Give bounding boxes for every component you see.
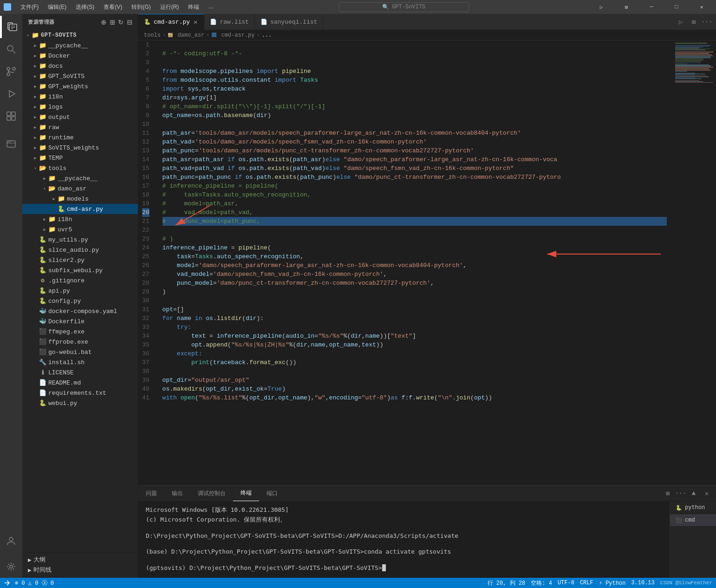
menu-more[interactable]: ... xyxy=(205,2,217,12)
tree-item-gpt-weights[interactable]: ▶ 📁 GPT_weights xyxy=(22,81,138,91)
run-btn[interactable]: ▷ xyxy=(591,0,612,14)
timeline-item[interactable]: ▶ 时间线 xyxy=(28,565,132,575)
tree-item-ffprobe[interactable]: ▶ ⬛ ffprobe.exe xyxy=(22,337,138,347)
explorer-activity-icon[interactable] xyxy=(0,16,22,38)
tree-item-install[interactable]: ▶ 🔧 install.sh xyxy=(22,357,138,367)
split-editor-btn[interactable]: ⊞ xyxy=(688,16,699,27)
source-control-activity-icon[interactable] xyxy=(0,60,22,83)
run-file-btn[interactable]: ▷ xyxy=(675,16,686,27)
menu-run[interactable]: 运行(R) xyxy=(156,2,183,12)
status-language[interactable]: ⚡ Python xyxy=(599,580,626,587)
tree-item-damo-asr[interactable]: ▾ 📂 damo_asr xyxy=(22,183,138,194)
tree-item-readme[interactable]: ▶ 📄 README.md xyxy=(22,378,138,388)
tab-cmd-asr-close[interactable]: ✕ xyxy=(193,18,198,26)
tree-item-runtime[interactable]: ▶ 📁 runtime xyxy=(22,132,138,143)
outline-item[interactable]: ▶ 大纲 xyxy=(28,555,132,565)
tree-item-raw[interactable]: ▶ 📁 raw xyxy=(22,122,138,132)
close-btn[interactable]: ✕ xyxy=(691,0,712,14)
tree-item-api[interactable]: ▶ 🐍 api.py xyxy=(22,286,138,296)
menu-goto[interactable]: 转到(G) xyxy=(128,2,154,12)
panel-tab-debug[interactable]: 调试控制台 xyxy=(190,485,233,501)
breadcrumb-damo-asr[interactable]: damo_asr xyxy=(168,32,204,39)
tree-item-slicer2[interactable]: ▶ 🐍 slicer2.py xyxy=(22,255,138,265)
new-folder-icon[interactable]: ⊞ xyxy=(110,19,116,26)
tree-item-uvr5[interactable]: ▶ 📁 uvr5 xyxy=(22,224,138,235)
menu-terminal[interactable]: 终端 xyxy=(184,2,203,12)
layout-btn[interactable]: ⊞ xyxy=(616,0,637,14)
new-file-icon[interactable]: ⊕ xyxy=(101,19,107,26)
menu-file[interactable]: 文件(F) xyxy=(17,2,42,12)
tree-item-dockerfile[interactable]: ▶ 🐳 Dockerfile xyxy=(22,316,138,327)
breadcrumb-cmd-asr[interactable]: cmd-asr.py xyxy=(211,32,254,39)
extensions-activity-icon[interactable] xyxy=(0,105,22,127)
tree-item-temp[interactable]: ▶ 📁 TEMP xyxy=(22,153,138,163)
tab-raw-list-label: raw.list xyxy=(220,19,248,26)
panel-close-btn[interactable]: ✕ xyxy=(701,488,712,499)
tree-item-ffmpeg[interactable]: ▶ ⬛ ffmpeg.exe xyxy=(22,327,138,337)
panel-tab-problems[interactable]: 问题 xyxy=(138,485,164,501)
tree-item-config[interactable]: ▶ 🐍 config.py xyxy=(22,296,138,306)
tree-item-models[interactable]: ▶ 📁 models xyxy=(22,194,138,204)
tree-item-gpt-sovits[interactable]: ▶ 📁 GPT_SoVITS xyxy=(22,71,138,81)
panel-right-python[interactable]: 🐍 python xyxy=(670,502,716,514)
tree-item-tools[interactable]: ▾ 📂 tools xyxy=(22,163,138,173)
tab-raw-list[interactable]: 📄 raw.list xyxy=(204,14,254,30)
tree-item-i18n[interactable]: ▶ 📁 i18n xyxy=(22,91,138,102)
collapse-icon[interactable]: ⊟ xyxy=(127,19,133,26)
status-version[interactable]: 3.10.13 xyxy=(631,580,654,586)
status-spaces[interactable]: 空格: 4 xyxy=(531,579,552,587)
tree-item-go-webui[interactable]: ▶ ⬛ go-webui.bat xyxy=(22,347,138,357)
tree-item-my-utils[interactable]: ▶ 🐍 my_utils.py xyxy=(22,235,138,245)
panel-tab-ports[interactable]: 端口 xyxy=(259,485,285,501)
settings-activity-icon[interactable] xyxy=(0,555,22,578)
minimize-btn[interactable]: ─ xyxy=(641,0,662,14)
tree-item-sovits-weights[interactable]: ▶ 📁 SoVITS_weights xyxy=(22,143,138,153)
maximize-btn[interactable]: □ xyxy=(666,0,687,14)
panel-split-btn[interactable]: ⊞ xyxy=(662,488,673,499)
panel-right-cmd[interactable]: ⬛ cmd xyxy=(670,514,716,527)
tree-item-docker-compose[interactable]: ▶ 🐳 docker-compose.yaml xyxy=(22,306,138,316)
tree-item-output[interactable]: ▶ 📁 output xyxy=(22,112,138,122)
tree-item-license[interactable]: ▶ ℹ LICENSE xyxy=(22,367,138,378)
tree-item-i18n2[interactable]: ▶ 📁 i18n xyxy=(22,214,138,224)
tree-item-subfix-webui[interactable]: ▶ 🐍 subfix_webui.py xyxy=(22,265,138,275)
breadcrumb-tools[interactable]: tools xyxy=(144,32,161,39)
tree-item-requirements[interactable]: ▶ 📄 requirements.txt xyxy=(22,388,138,398)
status-remote[interactable] xyxy=(4,580,11,586)
i18n-icon: 📁 xyxy=(39,93,46,100)
debug-activity-icon[interactable] xyxy=(0,83,22,105)
tree-root[interactable]: ▾ 📁 GPT-SOVITS xyxy=(22,30,138,40)
breadcrumb-more[interactable]: ... xyxy=(262,32,272,39)
tree-item-docker[interactable]: ▶ 📁 Docker xyxy=(22,51,138,61)
more-actions-btn[interactable]: ··· xyxy=(701,16,712,27)
panel-tab-output[interactable]: 输出 xyxy=(164,485,190,501)
tab-cmd-asr[interactable]: 🐍 cmd-asr.py ✕ xyxy=(138,14,204,30)
account-activity-icon[interactable] xyxy=(0,529,22,552)
status-errors[interactable]: ⊗ 0 △ 0 ⓧ 0 xyxy=(15,579,54,587)
panel-more-btn[interactable]: ··· xyxy=(675,488,686,499)
tree-item-docs[interactable]: ▶ 📁 docs xyxy=(22,61,138,71)
panel-tab-terminal[interactable]: 终端 xyxy=(233,485,259,501)
tree-item-pycache2[interactable]: ▶ 📁 __pycache__ xyxy=(22,173,138,183)
menu-edit[interactable]: 编辑(E) xyxy=(44,2,70,12)
tree-item-logs[interactable]: ▶ 📁 logs xyxy=(22,102,138,112)
status-encoding[interactable]: UTF-8 xyxy=(558,580,574,586)
tree-item-webui[interactable]: ▶ 🐍 webui.py xyxy=(22,398,138,408)
tree-item-pycache1[interactable]: ▶ 📁 __pycache__ xyxy=(22,40,138,51)
search-activity-icon[interactable] xyxy=(0,38,22,60)
terminal-content[interactable]: Microsoft Windows [版本 10.0.22621.3085] (… xyxy=(138,502,670,578)
tree-item-gitignore[interactable]: ▶ ⚙ .gitignore xyxy=(22,275,138,286)
tree-item-slice-audio[interactable]: ▶ 🐍 slice_audio.py xyxy=(22,245,138,255)
menu-select[interactable]: 选择(S) xyxy=(72,2,98,12)
tab-sanyueqi-list[interactable]: 📄 sanyueqi.list xyxy=(255,14,323,30)
tree-item-cmd-asr[interactable]: ▶ 🐍 cmd-asr.py xyxy=(22,204,138,214)
status-position[interactable]: 行 20, 列 28 xyxy=(488,579,526,587)
panel-maximize-btn[interactable]: ▲ xyxy=(688,488,699,499)
gpt-weights-icon: 📁 xyxy=(39,83,46,90)
status-eol[interactable]: CRLF xyxy=(580,580,593,586)
refresh-icon[interactable]: ↻ xyxy=(118,19,124,26)
menu-view[interactable]: 查看(V) xyxy=(100,2,126,12)
code-editor[interactable]: 12345 678910 1112131415 16171819 20 2122… xyxy=(138,40,716,485)
remote-activity-icon[interactable] xyxy=(0,133,22,155)
search-box[interactable]: 🔍 GPT-SoVITS xyxy=(339,2,469,12)
